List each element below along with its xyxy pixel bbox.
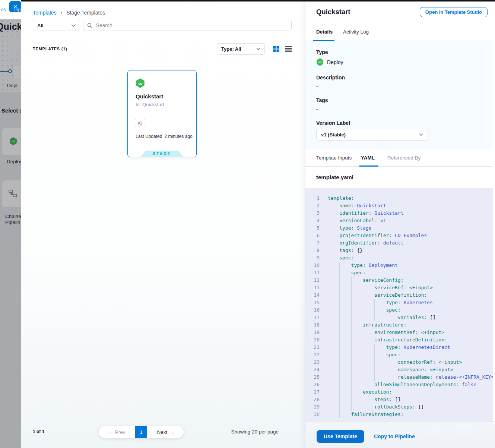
tab-details[interactable]: Details [316,29,333,35]
yaml-line: 18infrastructure: [305,321,495,329]
yaml-file-header: template.yaml [305,167,495,188]
panel-footer: Use Template Copy to Pipeline [305,421,495,448]
version-badge: v1 [135,119,145,127]
description-value: - [316,83,318,89]
yaml-line: 28steps: [] [305,396,495,403]
type-filter-value: Type: All [221,46,241,52]
yaml-line: 7orgIdentifier: default [305,239,495,247]
prev-page-button[interactable]: ← Prev [99,429,135,435]
next-page-button[interactable]: Next → [147,429,184,435]
search-input[interactable] [96,22,288,28]
panel-tabs: Details Activity Log [305,23,495,41]
breadcrumb-current: Stage Templates [66,10,105,16]
card-divider [136,112,188,112]
breadcrumb-templates-link[interactable]: Templates [33,10,57,16]
yaml-line: 15type: Kubernetes [305,299,495,306]
app-root: Quicks Depl Select s ∞ Deploy Chaine [0,0,495,448]
pagination: ← Prev 1 Next → [99,426,184,438]
template-card-id: Id: Quickstart [136,102,164,107]
chevron-down-icon [72,24,76,27]
page-number-active[interactable]: 1 [135,426,147,438]
tab-activity-log[interactable]: Activity Log [343,29,369,35]
yaml-lines: 1template:2name: Quickstart3identifier: … [305,195,495,418]
template-card-quickstart[interactable]: ∞ Quickstart Id: Quickstart v1 Last Upda… [127,70,197,157]
yaml-line: 9spec: [305,254,495,262]
yaml-line: 23connectorRef: <+input> [305,359,495,366]
version-select-value: v1 (Stable) [321,132,346,138]
background-breadcrumb-prefix[interactable]: es [1,7,6,12]
showing-per-page: Showing 20 per page [231,429,279,435]
yaml-line: 12serviceConfig: [305,277,495,284]
yaml-line: 5type: Stage [305,224,495,232]
yaml-line: 27execution: [305,388,495,396]
yaml-line: 6projectIdentifier: CD_Examples [305,232,495,239]
scope-filter-value: All [37,23,44,28]
type-value-row: ∞ Deploy [316,58,343,66]
yaml-line: 17variables: [] [305,314,495,321]
chevron-down-icon [256,48,260,50]
yaml-line: 2name: Quickstart [305,202,495,209]
tags-value: - [316,106,318,112]
search-icon [87,23,92,28]
view-toggle [273,46,292,52]
template-card-title: Quickstart [136,93,163,100]
tab-yaml[interactable]: YAML [361,155,375,161]
yaml-line: 13serviceRef: <+input> [305,284,495,291]
search-box [83,20,292,31]
arrow-right-icon: → [169,429,174,435]
open-template-studio-button[interactable]: Open in Template Studio [420,7,488,17]
tab-referenced-by[interactable]: Referenced By [387,155,421,161]
templates-count-label: TEMPLATES (1) [33,47,67,51]
list-view-icon[interactable] [285,46,292,52]
yaml-line: 14serviceDefinition: [305,291,495,299]
use-template-button[interactable]: Use Template [317,430,364,443]
yaml-line: 24namespace: <+input> [305,366,495,373]
yaml-line: 21type: KubernetesDirect [305,344,495,351]
yaml-line: 20infrastructureDefinition: [305,336,495,344]
scope-filter-select[interactable]: All [33,20,80,31]
chevron-down-icon [419,133,423,136]
panel-header: Quickstart Open in Template Studio [305,1,495,23]
description-label: Description [316,75,345,81]
yaml-line: 29rollbackSteps: [] [305,403,495,411]
type-label: Type [316,49,328,55]
arrow-left-icon: ← [108,429,114,435]
deploy-icon: ∞ [136,78,145,88]
copy-to-pipeline-link[interactable]: Copy to Pipeline [374,433,415,439]
yaml-editor[interactable]: 1template:2name: Quickstart3identifier: … [305,188,495,421]
panel-scrollbar-track[interactable] [493,41,495,421]
yaml-line: 1template: [305,195,495,202]
yaml-line: 26allowSimultaneousDeployments: false [305,381,495,388]
background-breadcrumb-link[interactable]: Pipe [13,7,21,12]
type-filter-select[interactable]: Type: All [217,43,265,55]
stage-type-badge: STAGE [140,151,184,157]
type-value: Deploy [327,59,343,65]
yaml-line: 25releaseName: release-<+INFRA_KEY> [305,373,495,381]
template-details-panel: Quickstart Open in Template Studio Detai… [305,1,495,448]
last-updated-value: 2 minutes ago [164,134,192,139]
templates-drawer: Templates › Stage Templates All TEMPLATE… [21,1,305,448]
version-select[interactable]: v1 (Stable) [316,129,428,141]
yaml-line: 10type: Deployment [305,262,495,269]
yaml-line: 8tags: {} [305,247,495,254]
version-label: Version Label [316,120,350,126]
deploy-icon: ∞ [316,58,324,66]
breadcrumb-chevron: › [61,10,63,16]
yaml-line: 16spec: [305,306,495,314]
yaml-file-name: template.yaml [316,174,353,180]
yaml-line: 22spec: [305,351,495,359]
yaml-line: 4versionLabel: v1 [305,217,495,224]
tags-label: Tags [316,97,328,103]
last-updated: Last Updated2 minutes ago [136,134,193,139]
grid-view-icon[interactable] [273,46,279,52]
panel-subtabs: Template Inputs YAML Referenced By [305,149,495,167]
last-updated-label: Last Updated [136,134,162,139]
yaml-line: 19environmentRef: <+input> [305,329,495,336]
breadcrumb: Templates › Stage Templates [33,10,105,16]
yaml-line: 3identifier: Quickstart [305,209,495,217]
yaml-line: 11spec: [305,269,495,277]
tab-template-inputs[interactable]: Template Inputs [316,155,352,161]
yaml-line: 30failureStrategies: [305,411,495,418]
panel-title: Quickstart [316,8,350,16]
background-page: Quicks Depl Select s ∞ Deploy Chaine [0,0,21,448]
